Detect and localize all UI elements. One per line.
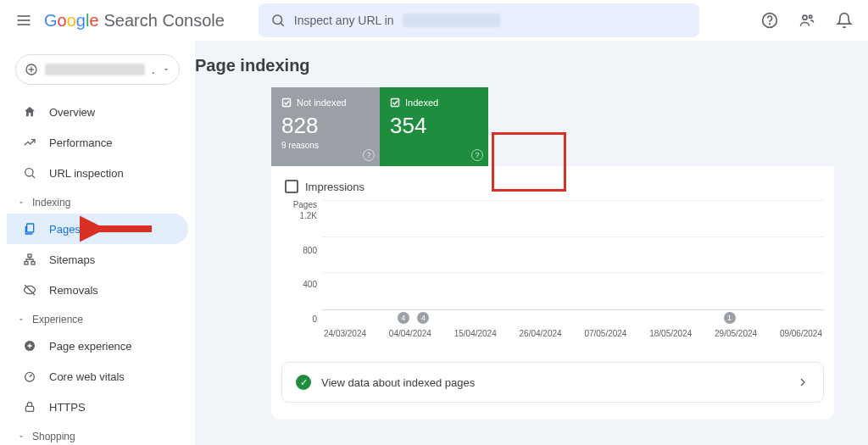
svg-point-7 (803, 15, 807, 19)
property-selector[interactable]: . (15, 54, 180, 85)
sidebar-item-label: Overview (49, 106, 95, 119)
users-icon[interactable] (797, 10, 817, 31)
lock-icon (22, 399, 37, 414)
chart-x-axis: 24/03/202404/04/202415/04/202426/04/2024… (322, 329, 824, 338)
svg-point-21 (25, 372, 35, 381)
status-label: Not indexed (297, 97, 347, 108)
sidebar-item-label: HTTPS (49, 401, 86, 414)
svg-line-13 (32, 175, 35, 178)
sidebar-item-removals[interactable]: Removals (7, 275, 188, 305)
view-indexed-pages-link[interactable]: ✓ View data about indexed pages (281, 362, 824, 403)
checkbox-checked-icon (281, 97, 292, 108)
status-summary-row: Not indexed 828 9 reasons ? Indexed 354 … (271, 87, 834, 166)
sidebar-item-label: Performance (49, 136, 112, 149)
url-inspect-input[interactable]: Inspect any URL in (259, 3, 699, 37)
sidebar-section-shopping[interactable]: Shopping (7, 422, 188, 445)
chevron-down-icon (17, 198, 25, 207)
status-card-not-indexed[interactable]: Not indexed 828 9 reasons ? (271, 87, 380, 166)
hamburger-menu-icon[interactable] (14, 10, 34, 31)
page-title: Page indexing (195, 41, 868, 87)
sidebar-item-sitemaps[interactable]: Sitemaps (7, 244, 188, 275)
check-circle-icon: ✓ (296, 375, 311, 390)
sidebar-item-page-experience[interactable]: Page experience (7, 331, 188, 361)
top-bar: Google Search Console Inspect any URL in (0, 0, 868, 41)
search-icon (270, 13, 286, 28)
sidebar-item-label: Core web vitals (49, 370, 125, 383)
sidebar-item-performance[interactable]: Performance (7, 127, 188, 158)
redacted-property (45, 64, 145, 75)
sidebar-item-label: Sitemaps (49, 253, 95, 266)
checkbox-icon[interactable] (285, 180, 298, 193)
plus-circle-icon (22, 338, 37, 353)
sitemap-icon (22, 252, 37, 267)
property-icon (25, 63, 38, 76)
redacted-domain (403, 14, 500, 27)
chevron-down-icon (17, 432, 25, 441)
svg-line-4 (281, 23, 283, 25)
svg-point-3 (273, 15, 282, 25)
svg-point-6 (770, 24, 771, 25)
speed-icon (22, 369, 37, 384)
svg-rect-25 (283, 99, 291, 107)
help-icon[interactable]: ? (471, 149, 483, 161)
cta-label: View data about indexed pages (321, 376, 786, 389)
status-value: 354 (390, 113, 478, 139)
hide-icon (22, 282, 37, 298)
impressions-toggle[interactable]: Impressions (281, 176, 824, 200)
indexing-chart: Pages 1.2K8004000 441 (281, 200, 824, 324)
status-value: 828 (281, 113, 370, 139)
sidebar-item-url-inspection[interactable]: URL inspection (7, 158, 188, 188)
sidebar-item-label: Pages (49, 223, 81, 236)
impressions-label: Impressions (305, 181, 364, 193)
svg-rect-14 (27, 224, 34, 232)
pages-icon (22, 221, 37, 236)
sidebar-item-pages[interactable]: Pages (7, 214, 188, 244)
status-card-indexed[interactable]: Indexed 354 ? (380, 87, 488, 166)
svg-rect-17 (25, 262, 28, 264)
home-icon (22, 104, 37, 120)
chevron-down-icon (17, 315, 25, 324)
trend-icon (22, 135, 37, 150)
status-label: Indexed (405, 97, 438, 108)
sidebar-item-label: URL inspection (49, 167, 124, 180)
main-content: Page indexing Not indexed 828 9 reasons … (195, 41, 868, 445)
svg-rect-26 (392, 99, 399, 107)
sidebar-section-experience[interactable]: Experience (7, 305, 188, 331)
sidebar-item-core-web-vitals[interactable]: Core web vitals (7, 361, 188, 392)
help-icon[interactable]: ? (363, 149, 375, 161)
google-search-console-logo[interactable]: Google Search Console (44, 11, 225, 31)
sidebar-item-label: Page experience (49, 340, 132, 353)
svg-rect-18 (31, 262, 35, 264)
notifications-icon[interactable] (834, 10, 854, 31)
sidebar-section-label: Experience (32, 314, 83, 325)
sidebar: . Overview Performance URL inspection In… (0, 41, 195, 445)
help-icon[interactable] (760, 10, 780, 31)
svg-point-8 (810, 15, 812, 18)
chevron-right-icon (796, 375, 810, 389)
sidebar-item-overview[interactable]: Overview (7, 97, 188, 127)
svg-rect-16 (28, 254, 31, 257)
sidebar-item-https[interactable]: HTTPS (7, 392, 188, 422)
sidebar-section-label: Indexing (32, 197, 70, 209)
checkbox-checked-icon (390, 97, 400, 108)
svg-point-12 (25, 169, 33, 176)
chevron-down-icon (162, 65, 170, 74)
search-placeholder-text: Inspect any URL in (294, 14, 394, 27)
search-icon (22, 165, 37, 181)
sidebar-section-indexing[interactable]: Indexing (7, 188, 188, 214)
svg-rect-22 (25, 406, 33, 411)
sidebar-section-label: Shopping (32, 431, 75, 442)
chart-y-axis: Pages 1.2K8004000 (281, 200, 322, 324)
sidebar-item-label: Removals (49, 284, 98, 297)
status-subtext: 9 reasons (281, 141, 370, 150)
